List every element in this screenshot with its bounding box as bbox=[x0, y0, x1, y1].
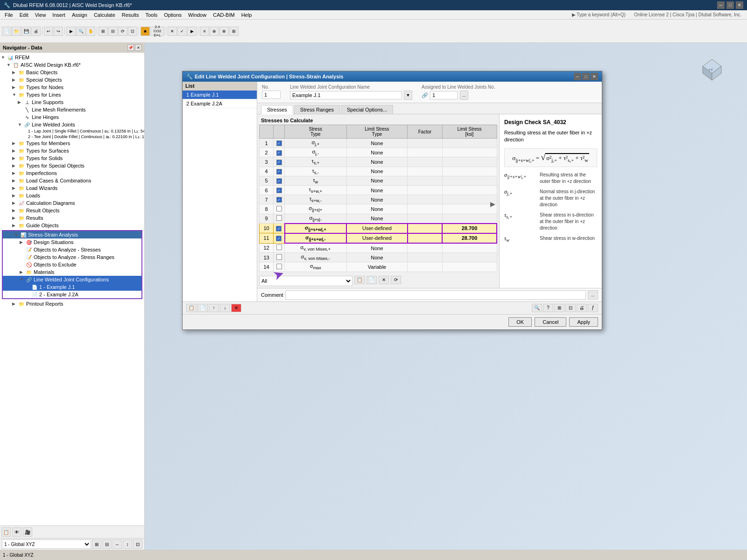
mb-btn1[interactable]: 📋 bbox=[186, 304, 197, 312]
tree-line-welded[interactable]: ▼ 🔗 Line Welded Joints bbox=[1, 121, 143, 128]
tree-loads[interactable]: ▶ 📁 Loads bbox=[1, 192, 143, 199]
row11-checkbox[interactable]: ✓ bbox=[276, 236, 282, 241]
tree-calc-diagrams[interactable]: ▶ 📈 Calculation Diagrams bbox=[1, 199, 143, 207]
tab-stresses[interactable]: Stresses bbox=[261, 105, 293, 114]
tree-obj-stresses[interactable]: ▶ 📝 Objects to Analyze - Stresses bbox=[3, 246, 141, 253]
row14-checkbox[interactable] bbox=[276, 264, 282, 269]
row1-checkbox[interactable]: ✓ bbox=[276, 140, 282, 146]
row2-limit-type[interactable]: None bbox=[346, 148, 408, 157]
nav-bottom-btn1[interactable]: 📋 bbox=[1, 527, 11, 537]
tb-extra3[interactable]: ⊗ bbox=[219, 27, 229, 36]
tb-color[interactable]: ■ bbox=[141, 27, 150, 36]
modal-maximize[interactable]: □ bbox=[582, 73, 590, 80]
nav-bottom-btn2[interactable]: 👁 bbox=[12, 527, 21, 537]
mb-question-btn[interactable]: ? bbox=[543, 304, 553, 312]
row12-limit-type[interactable]: None bbox=[346, 243, 408, 253]
tree-types-solids[interactable]: ▶ 📁 Types for Solids bbox=[1, 154, 143, 162]
tree-types-nodes[interactable]: ▶ 📁 Types for Nodes bbox=[1, 84, 143, 91]
row2-checkbox[interactable]: ✓ bbox=[276, 150, 282, 156]
row13-check[interactable] bbox=[274, 253, 285, 262]
row9-limit-type[interactable]: None bbox=[346, 214, 408, 224]
menu-window[interactable]: Window bbox=[185, 12, 209, 18]
tb-paste-btn[interactable]: 📄 bbox=[366, 276, 377, 284]
tb-open[interactable]: 📁 bbox=[12, 27, 21, 36]
tree-config-2[interactable]: ▶ 📄 2 - Example J.2A bbox=[3, 291, 141, 298]
nav-tb-btn2[interactable]: ⊟ bbox=[102, 539, 112, 549]
tb-save[interactable]: 💾 bbox=[21, 27, 31, 36]
tb-copy-btn[interactable]: 📋 bbox=[354, 276, 365, 284]
tree-basic-objects[interactable]: ▶ 📁 Basic Objects bbox=[1, 69, 143, 76]
tree-types-lines[interactable]: ▼ 📁 Types for Lines bbox=[1, 91, 143, 98]
tree-line-supports[interactable]: ▶ ⊥ Line Supports bbox=[1, 98, 143, 106]
mb-func-btn[interactable]: ƒ bbox=[588, 304, 598, 312]
menu-assign[interactable]: Assign bbox=[69, 12, 90, 18]
row4-check[interactable]: ✓ bbox=[274, 167, 285, 176]
tree-lwjc[interactable]: ▼ 🔗 Line Welded Joint Configurations bbox=[3, 276, 141, 283]
tb-delete-btn[interactable]: ✕ bbox=[379, 276, 389, 284]
nav-pin-btn[interactable]: 📌 bbox=[127, 44, 134, 51]
tree-guide-objects[interactable]: ▶ 📁 Guide Objects bbox=[1, 222, 143, 229]
nav-bottom-btn3[interactable]: 🎥 bbox=[23, 527, 32, 537]
row6-limit-type[interactable]: None bbox=[346, 185, 408, 195]
tree-line-hinges[interactable]: ▶ ∿ Line Hinges bbox=[1, 113, 143, 121]
tb-refresh-btn[interactable]: ⟳ bbox=[391, 276, 401, 284]
mb-search-btn[interactable]: 🔍 bbox=[532, 304, 542, 312]
nav-view-select[interactable]: 1 - Global XYZ bbox=[2, 539, 91, 549]
menu-tools[interactable]: Tools bbox=[142, 12, 160, 18]
tree-special-objects[interactable]: ▶ 📁 Special Objects bbox=[1, 76, 143, 84]
modal-list-item-1[interactable]: 1 Example J.1 bbox=[183, 91, 257, 99]
tb-fit[interactable]: ⊡ bbox=[128, 27, 137, 36]
menu-calculate[interactable]: Calculate bbox=[91, 12, 118, 18]
menu-view[interactable]: View bbox=[32, 12, 49, 18]
tree-load-cases[interactable]: ▶ 📁 Load Cases & Combinations bbox=[1, 177, 143, 184]
row1-check[interactable]: ✓ bbox=[274, 139, 285, 148]
row6-check[interactable]: ✓ bbox=[274, 185, 285, 195]
tree-types-surfaces[interactable]: ▶ 📁 Types for Surfaces bbox=[1, 147, 143, 154]
tb-load-combo[interactable]: 2.4 CO2 D+L bbox=[150, 27, 164, 36]
menu-help[interactable]: Help bbox=[239, 12, 255, 18]
tb-redo[interactable]: ↪ bbox=[54, 27, 63, 36]
row8-limit-type[interactable]: None bbox=[346, 204, 408, 214]
tree-types-members[interactable]: ▶ 📁 Types for Members bbox=[1, 140, 143, 147]
row14-limit-type[interactable]: Variable bbox=[346, 262, 408, 272]
search-box[interactable]: ▶ Type a keyword (Alt+Q) bbox=[568, 12, 629, 17]
tab-special-options[interactable]: Special Options... bbox=[341, 105, 393, 114]
mb-grid-btn[interactable]: ⊡ bbox=[565, 304, 576, 312]
modal-close[interactable]: ✕ bbox=[591, 73, 598, 80]
tree-obj-ranges[interactable]: ▶ 📝 Objects to Analyze - Stress Ranges bbox=[3, 253, 141, 261]
tree-materials[interactable]: ▶ 📁 Materials bbox=[3, 268, 141, 276]
row8-check[interactable] bbox=[274, 204, 285, 214]
tb-print[interactable]: 🖨 bbox=[31, 27, 41, 36]
row7-checkbox[interactable]: ✓ bbox=[276, 197, 282, 203]
assigned-browse-btn[interactable]: ... bbox=[460, 91, 468, 100]
row4-limit-type[interactable]: None bbox=[346, 167, 408, 176]
tb-new[interactable]: 📄 bbox=[2, 27, 11, 36]
row10-checkbox[interactable]: ✓ bbox=[276, 226, 282, 231]
row1-limit-type[interactable]: None bbox=[346, 139, 408, 148]
menu-results[interactable]: Results bbox=[119, 12, 142, 18]
tree-file[interactable]: ▼ 📋 AISC Weld Design KB.rf6* bbox=[1, 61, 143, 69]
title-bar-controls[interactable]: ─ □ ✕ bbox=[717, 1, 743, 9]
row13-limit-type[interactable]: None bbox=[346, 253, 408, 262]
tree-imperfections[interactable]: ▶ 📁 Imperfections bbox=[1, 169, 143, 177]
nav-tb-btn5[interactable]: ⊡ bbox=[133, 539, 142, 549]
row8-checkbox[interactable] bbox=[276, 206, 282, 211]
comment-input[interactable] bbox=[285, 290, 586, 300]
nav-close-btn[interactable]: ✕ bbox=[135, 44, 141, 51]
mb-btn4[interactable]: ↓ bbox=[220, 304, 230, 312]
row2-check[interactable]: ✓ bbox=[274, 148, 285, 157]
row11-limit-type[interactable]: User-defined bbox=[346, 233, 408, 243]
row7-limit-type[interactable]: None bbox=[346, 195, 408, 204]
row3-check[interactable]: ✓ bbox=[274, 157, 285, 167]
mb-delete-btn[interactable]: ✕ bbox=[231, 304, 241, 312]
tb-extra1[interactable]: ≡ bbox=[200, 27, 209, 36]
tb-view2[interactable]: ⊟ bbox=[108, 27, 118, 36]
comment-expand-btn[interactable]: ... bbox=[588, 290, 598, 300]
tb-rotate[interactable]: ⟳ bbox=[118, 27, 127, 36]
row4-checkbox[interactable]: ✓ bbox=[276, 169, 282, 175]
tb-x[interactable]: ✕ bbox=[168, 27, 177, 36]
menu-options[interactable]: Options bbox=[161, 12, 184, 18]
row3-limit-type[interactable]: None bbox=[346, 157, 408, 167]
row11-check[interactable]: ✓ bbox=[274, 233, 285, 243]
tree-design-situations[interactable]: ▶ 🎯 Design Situations bbox=[3, 238, 141, 246]
